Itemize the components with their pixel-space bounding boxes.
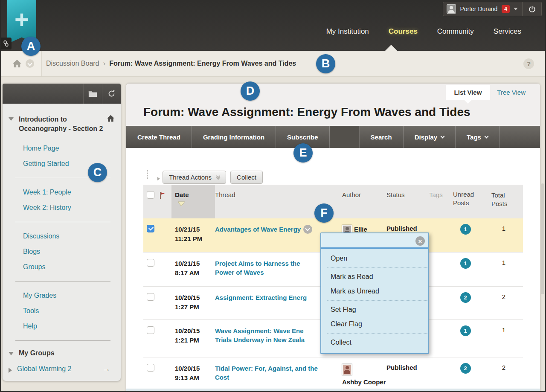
sidebar-item-home-page[interactable]: Home Page <box>23 141 115 156</box>
author-name: Ashby Cooper <box>342 377 386 387</box>
tags-label: Tags <box>467 134 481 141</box>
breadcrumb-discussion-board[interactable]: Discussion Board <box>46 60 99 67</box>
thread-link[interactable]: Project Aims to Harness thePower of Wave… <box>215 260 337 277</box>
menu-item-collect[interactable]: Collect <box>321 335 428 350</box>
tags-dropdown[interactable]: Tags <box>456 126 500 148</box>
row-checkbox[interactable] <box>147 225 154 232</box>
thread-date: 10/21/15 <box>175 226 200 233</box>
thread-link[interactable]: Assignment: Extracting Energ <box>215 294 307 301</box>
user-menu[interactable]: Porter Durand 4 <box>443 2 542 16</box>
collapse-caret-icon[interactable] <box>9 117 14 121</box>
collapse-caret-icon[interactable] <box>9 352 14 355</box>
thread-link[interactable]: Tidal Power: For, Against, and theCost <box>215 365 337 382</box>
action-bar-gap <box>330 126 360 148</box>
sidebar-item-groups[interactable]: Groups <box>23 259 115 275</box>
menu-item-mark-as-unread[interactable]: Mark as Unread <box>321 284 428 299</box>
grading-information-button[interactable]: Grading Information <box>192 126 276 148</box>
column-header-tags: Tags <box>429 191 443 198</box>
sidebar-divider <box>15 281 110 282</box>
logout-button[interactable] <box>523 2 541 16</box>
thread-link[interactable]: Wave Assignment: Wave EneTrials Underway… <box>215 327 337 344</box>
list-view-tab[interactable]: List View <box>446 85 491 100</box>
sidebar-item-help[interactable]: Help <box>23 319 115 334</box>
tree-view-tab[interactable]: Tree View <box>490 85 532 100</box>
thread-link[interactable]: Advantages of Wave Energy <box>215 226 301 233</box>
folder-view-button[interactable] <box>83 84 102 104</box>
sort-descending-icon <box>177 201 185 206</box>
menu-item-clear-flag[interactable]: Clear Flag <box>321 317 428 331</box>
sidebar-item-tools[interactable]: Tools <box>23 303 115 319</box>
thread-actions-label: Thread Actions <box>169 174 212 181</box>
help-button[interactable]: ? <box>523 58 534 69</box>
sidebar-item-week-2-history[interactable]: Week 2: History <box>23 200 115 215</box>
unread-posts-badge[interactable]: 2 <box>460 292 471 303</box>
row-checkbox[interactable] <box>147 293 154 301</box>
search-button[interactable]: Search <box>360 126 404 148</box>
unread-posts-badge[interactable]: 1 <box>460 258 471 269</box>
column-header-thread[interactable]: Thread <box>215 191 235 198</box>
create-thread-button[interactable]: Create Thread <box>126 126 192 148</box>
thread-time: 11:21 PM <box>175 235 202 242</box>
sidebar-item-my-grades[interactable]: My Grades <box>23 288 115 303</box>
sidebar-item-discussions[interactable]: Discussions <box>23 229 115 244</box>
blackboard-discussion-board-page: My Institution Courses Community Service… <box>0 0 546 392</box>
vertical-scrollbar[interactable] <box>541 183 544 294</box>
breadcrumb: Discussion Board › Forum: Wave Assignmen… <box>46 51 296 76</box>
select-all-checkbox[interactable] <box>147 191 154 199</box>
flag-icon[interactable] <box>160 192 166 199</box>
column-header-date[interactable]: Date <box>175 191 189 198</box>
thread-options-chevron-button[interactable] <box>303 225 312 234</box>
sidebar-item-global-warming-2[interactable]: Global Warming 2 → <box>9 361 115 377</box>
tab-services[interactable]: Services <box>494 27 521 36</box>
breadcrumb-separator: › <box>103 59 106 68</box>
annotation-d: D <box>241 81 260 101</box>
course-title: Introduction to Oceanography - Section 2 <box>19 115 104 133</box>
course-menu: Introduction to Oceanography - Section 2… <box>3 104 121 377</box>
menu-divider <box>327 267 428 268</box>
tab-community[interactable]: Community <box>437 27 474 36</box>
menu-item-open[interactable]: Open <box>321 251 428 266</box>
folder-icon <box>88 90 97 97</box>
row-checkbox[interactable] <box>147 259 154 267</box>
quick-links-button[interactable] <box>0 38 12 49</box>
unread-posts-badge[interactable]: 1 <box>460 224 471 235</box>
tab-my-institution[interactable]: My Institution <box>326 27 369 36</box>
course-home-icon[interactable] <box>107 115 115 122</box>
annotation-b: B <box>316 54 335 73</box>
thread-actions-dropdown[interactable]: Thread Actions <box>163 171 226 184</box>
global-nav-tabs: My Institution Courses Community Service… <box>326 27 521 36</box>
top-navigation-bar: My Institution Courses Community Service… <box>0 0 546 51</box>
tab-courses[interactable]: Courses <box>389 27 418 36</box>
column-header-author[interactable]: Author <box>342 191 361 198</box>
collect-button[interactable]: Collect <box>230 171 263 184</box>
row-checkbox[interactable] <box>147 326 154 334</box>
unread-posts-badge[interactable]: 2 <box>460 363 471 374</box>
menu-item-set-flag[interactable]: Set Flag <box>321 302 428 317</box>
total-posts: 1 <box>502 259 505 266</box>
unread-posts-badge[interactable]: 1 <box>460 325 471 336</box>
sidebar-item-week-1-people[interactable]: Week 1: People <box>23 185 115 200</box>
thread-status: Published <box>386 364 417 371</box>
home-icon[interactable] <box>12 59 22 68</box>
thread-date: 10/21/15 <box>175 260 200 267</box>
thread-time: 1:27 PM <box>175 303 199 311</box>
expand-caret-icon[interactable] <box>9 368 12 373</box>
row-checkbox[interactable] <box>147 364 154 372</box>
sidebar-item-blogs[interactable]: Blogs <box>23 244 115 259</box>
action-bar-spacer <box>500 126 540 148</box>
thread-status: Published <box>386 225 417 232</box>
thread-toolbar: Thread Actions Collect <box>163 171 263 184</box>
close-icon[interactable]: × <box>415 236 425 246</box>
column-header-status[interactable]: Status <box>386 191 405 198</box>
open-group-arrow-icon[interactable]: → <box>102 364 110 374</box>
callout-dashed-line <box>147 170 148 179</box>
group-link-label[interactable]: Global Warming 2 <box>17 361 102 377</box>
menu-item-mark-as-read[interactable]: Mark as Read <box>321 270 428 284</box>
page-title: Forum: Wave Assignment: Energy From Wave… <box>143 105 470 119</box>
callout-arrow-icon <box>157 177 160 180</box>
breadcrumb-bar: Discussion Board › Forum: Wave Assignmen… <box>0 51 546 77</box>
refresh-button[interactable] <box>102 84 121 104</box>
breadcrumb-expand-button[interactable] <box>26 59 34 68</box>
my-groups-header: My Groups <box>9 349 115 357</box>
display-dropdown[interactable]: Display <box>404 126 456 148</box>
